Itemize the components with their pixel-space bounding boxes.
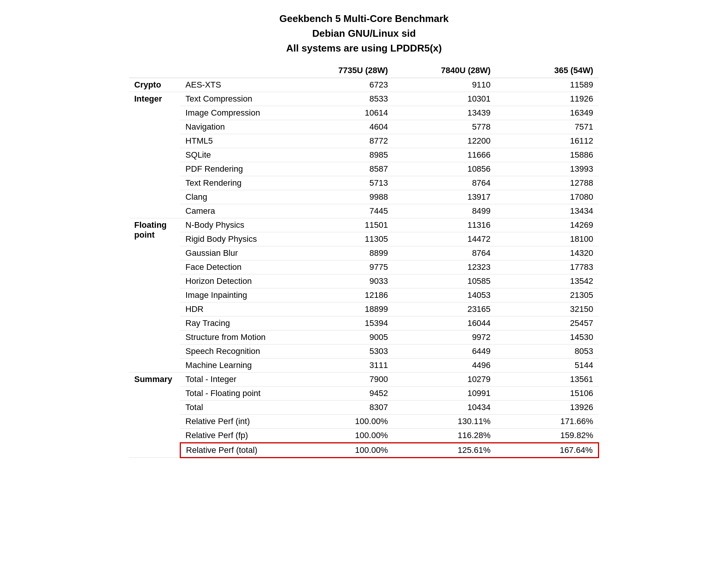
value-col2: 11666: [393, 148, 496, 162]
value-col2: 14472: [393, 232, 496, 246]
row-label: Speech Recognition: [180, 344, 290, 359]
table-row: Image Compression106141343916349: [129, 106, 599, 120]
value-col3: 8053: [496, 344, 599, 359]
title-line1: Geekbench 5 Multi-Core Benchmark: [129, 11, 599, 26]
value-col3: 13542: [496, 274, 599, 288]
value-col1: 11305: [291, 232, 394, 246]
value-col3: 13561: [496, 373, 599, 387]
row-label: Structure from Motion: [180, 330, 290, 344]
value-col3: 14269: [496, 218, 599, 232]
value-col2: 130.11%: [393, 415, 496, 429]
value-col2: 9110: [393, 78, 496, 92]
title-line3: All systems are using LPDDR5(x): [129, 41, 599, 56]
table-row: Total - Floating point94521099115106: [129, 387, 599, 401]
row-label: SQLite: [180, 148, 290, 162]
value-col2: 4496: [393, 359, 496, 373]
value-col2: 11316: [393, 218, 496, 232]
value-col3: 5144: [496, 359, 599, 373]
value-col1: 100.00%: [291, 415, 394, 429]
table-row: PDF Rendering85871085613993: [129, 162, 599, 176]
value-col3: 17080: [496, 190, 599, 204]
table-row: HDR188992316532150: [129, 302, 599, 316]
value-col2: 10279: [393, 373, 496, 387]
table-row: Gaussian Blur8899876414320: [129, 246, 599, 260]
value-col2: 8764: [393, 176, 496, 190]
row-label: Total: [180, 401, 290, 415]
row-label: Machine Learning: [180, 359, 290, 373]
value-col1: 10614: [291, 106, 394, 120]
value-col3: 21305: [496, 288, 599, 302]
table-row: Speech Recognition530364498053: [129, 344, 599, 359]
row-label: Gaussian Blur: [180, 246, 290, 260]
value-col1: 6723: [291, 78, 394, 92]
value-col2: 12200: [393, 134, 496, 148]
category-label: Integer: [129, 92, 180, 218]
row-label: Text Rendering: [180, 176, 290, 190]
row-label: Total - Floating point: [180, 387, 290, 401]
table-row: Navigation460457787571: [129, 120, 599, 134]
row-label: N-Body Physics: [180, 218, 290, 232]
value-col1: 8899: [291, 246, 394, 260]
value-col2: 10434: [393, 401, 496, 415]
row-label: AES-XTS: [180, 78, 290, 92]
value-col3: 11926: [496, 92, 599, 106]
table-row: Relative Perf (fp)100.00%116.28%159.82%: [129, 429, 599, 443]
value-col2: 5778: [393, 120, 496, 134]
header-col4: 7840U (28W): [393, 63, 496, 78]
row-label: HTML5: [180, 134, 290, 148]
value-col1: 100.00%: [291, 443, 394, 458]
table-row: Text Rendering5713876412788: [129, 176, 599, 190]
value-col1: 9033: [291, 274, 394, 288]
value-col2: 10991: [393, 387, 496, 401]
header-col3: 7735U (28W): [291, 63, 394, 78]
value-col2: 125.61%: [393, 443, 496, 458]
row-label: Camera: [180, 204, 290, 218]
row-label: Ray Tracing: [180, 316, 290, 330]
row-label: HDR: [180, 302, 290, 316]
value-col1: 7445: [291, 204, 394, 218]
table-row: FloatingpointN-Body Physics1150111316142…: [129, 218, 599, 232]
table-row: HTML587721220016112: [129, 134, 599, 148]
table-body: CryptoAES-XTS6723911011589IntegerText Co…: [129, 78, 599, 458]
value-col1: 5303: [291, 344, 394, 359]
value-col3: 14320: [496, 246, 599, 260]
value-col1: 8533: [291, 92, 394, 106]
category-label: Floatingpoint: [129, 218, 180, 373]
table-row: Face Detection97751232317783: [129, 260, 599, 274]
value-col1: 3111: [291, 359, 394, 373]
value-col3: 167.64%: [496, 443, 599, 458]
value-col2: 12323: [393, 260, 496, 274]
value-col3: 13434: [496, 204, 599, 218]
value-col2: 14053: [393, 288, 496, 302]
value-col1: 9775: [291, 260, 394, 274]
table-row: Camera7445849913434: [129, 204, 599, 218]
value-col2: 8499: [393, 204, 496, 218]
value-col3: 18100: [496, 232, 599, 246]
value-col1: 8587: [291, 162, 394, 176]
value-col2: 10301: [393, 92, 496, 106]
header-col1: [129, 63, 180, 78]
table-row: Structure from Motion9005997214530: [129, 330, 599, 344]
value-col1: 9452: [291, 387, 394, 401]
value-col1: 100.00%: [291, 429, 394, 443]
table-row: Horizon Detection90331058513542: [129, 274, 599, 288]
value-col2: 10856: [393, 162, 496, 176]
value-col1: 18899: [291, 302, 394, 316]
row-label: Horizon Detection: [180, 274, 290, 288]
table-row: SQLite89851166615886: [129, 148, 599, 162]
header-col5: 365 (54W): [496, 63, 599, 78]
value-col2: 9972: [393, 330, 496, 344]
table-header-row: 7735U (28W) 7840U (28W) 365 (54W): [129, 63, 599, 78]
table-row: Rigid Body Physics113051447218100: [129, 232, 599, 246]
value-col3: 13993: [496, 162, 599, 176]
row-label: Image Inpainting: [180, 288, 290, 302]
value-col2: 13917: [393, 190, 496, 204]
row-label: Relative Perf (total): [180, 443, 290, 458]
row-label: Text Compression: [180, 92, 290, 106]
page-container: Geekbench 5 Multi-Core Benchmark Debian …: [129, 11, 599, 458]
value-col3: 32150: [496, 302, 599, 316]
table-row: Machine Learning311144965144: [129, 359, 599, 373]
value-col3: 14530: [496, 330, 599, 344]
page-title: Geekbench 5 Multi-Core Benchmark Debian …: [129, 11, 599, 56]
value-col3: 15886: [496, 148, 599, 162]
